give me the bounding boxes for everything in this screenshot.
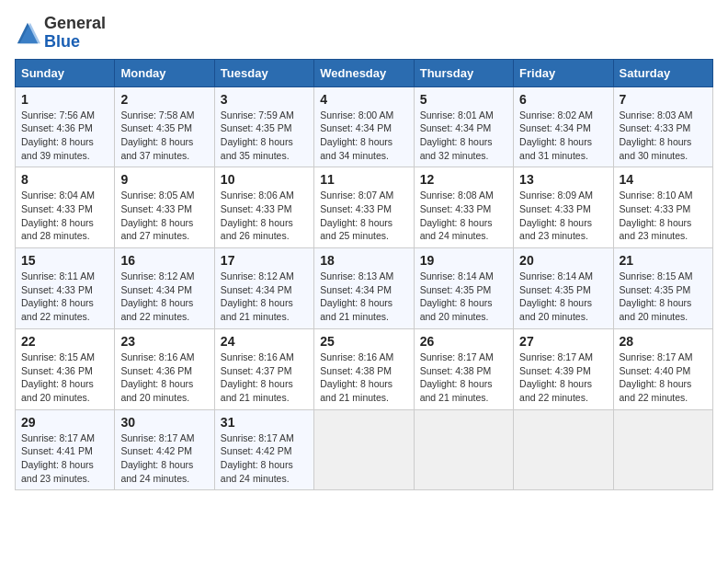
day-number: 17 <box>221 253 308 268</box>
day-number: 18 <box>320 253 407 268</box>
calendar-week-5: 29 Sunrise: 8:17 AM Sunset: 4:41 PM Dayl… <box>16 409 713 490</box>
day-detail: Sunrise: 8:08 AM Sunset: 4:33 PM Dayligh… <box>420 189 507 243</box>
calendar-cell: 31 Sunrise: 8:17 AM Sunset: 4:42 PM Dayl… <box>214 409 313 490</box>
day-number: 23 <box>120 334 208 349</box>
day-detail: Sunrise: 8:14 AM Sunset: 4:35 PM Dayligh… <box>519 270 607 324</box>
calendar-header-row: SundayMondayTuesdayWednesdayThursdayFrid… <box>16 59 713 86</box>
calendar-cell: 15 Sunrise: 8:11 AM Sunset: 4:33 PM Dayl… <box>16 248 115 329</box>
calendar-cell: 23 Sunrise: 8:16 AM Sunset: 4:36 PM Dayl… <box>115 328 214 409</box>
calendar-cell: 27 Sunrise: 8:17 AM Sunset: 4:39 PM Dayl… <box>514 328 613 409</box>
calendar-cell: 14 Sunrise: 8:10 AM Sunset: 4:33 PM Dayl… <box>613 167 712 248</box>
day-detail: Sunrise: 8:17 AM Sunset: 4:42 PM Dayligh… <box>221 431 308 486</box>
calendar-cell: 21 Sunrise: 8:15 AM Sunset: 4:35 PM Dayl… <box>613 248 712 329</box>
day-number: 3 <box>221 92 308 107</box>
calendar-cell <box>613 409 712 490</box>
day-number: 16 <box>120 253 208 268</box>
day-detail: Sunrise: 7:59 AM Sunset: 4:35 PM Dayligh… <box>221 109 308 163</box>
logo-text: GeneralBlue <box>44 15 106 52</box>
day-detail: Sunrise: 8:15 AM Sunset: 4:36 PM Dayligh… <box>21 350 108 405</box>
column-header-monday: Monday <box>115 59 214 86</box>
logo: GeneralBlue <box>15 15 106 52</box>
day-number: 7 <box>620 92 707 107</box>
day-number: 11 <box>320 172 407 187</box>
day-number: 29 <box>21 415 108 430</box>
calendar-cell <box>414 409 513 490</box>
calendar-cell: 3 Sunrise: 7:59 AM Sunset: 4:35 PM Dayli… <box>214 86 313 167</box>
day-detail: Sunrise: 8:04 AM Sunset: 4:33 PM Dayligh… <box>21 189 108 243</box>
day-detail: Sunrise: 8:09 AM Sunset: 4:33 PM Dayligh… <box>519 189 607 243</box>
day-number: 19 <box>420 253 507 268</box>
day-detail: Sunrise: 8:00 AM Sunset: 4:34 PM Dayligh… <box>320 109 407 163</box>
day-detail: Sunrise: 8:17 AM Sunset: 4:40 PM Dayligh… <box>620 350 707 405</box>
calendar-cell: 17 Sunrise: 8:12 AM Sunset: 4:34 PM Dayl… <box>214 248 313 329</box>
day-detail: Sunrise: 8:17 AM Sunset: 4:39 PM Dayligh… <box>519 350 607 405</box>
calendar-cell: 18 Sunrise: 8:13 AM Sunset: 4:34 PM Dayl… <box>314 248 414 329</box>
calendar-cell <box>314 409 414 490</box>
day-number: 2 <box>120 92 208 107</box>
day-detail: Sunrise: 8:17 AM Sunset: 4:41 PM Dayligh… <box>21 431 108 486</box>
calendar-week-4: 22 Sunrise: 8:15 AM Sunset: 4:36 PM Dayl… <box>16 328 713 409</box>
calendar-week-2: 8 Sunrise: 8:04 AM Sunset: 4:33 PM Dayli… <box>16 167 713 248</box>
calendar-cell <box>514 409 613 490</box>
calendar-cell: 5 Sunrise: 8:01 AM Sunset: 4:34 PM Dayli… <box>414 86 513 167</box>
calendar-table: SundayMondayTuesdayWednesdayThursdayFrid… <box>15 59 713 491</box>
day-number: 8 <box>21 172 108 187</box>
calendar-cell: 30 Sunrise: 8:17 AM Sunset: 4:42 PM Dayl… <box>115 409 214 490</box>
day-detail: Sunrise: 8:10 AM Sunset: 4:33 PM Dayligh… <box>620 189 707 243</box>
day-detail: Sunrise: 8:14 AM Sunset: 4:35 PM Dayligh… <box>420 270 507 324</box>
calendar-body: 1 Sunrise: 7:56 AM Sunset: 4:36 PM Dayli… <box>16 86 713 490</box>
day-number: 31 <box>221 415 308 430</box>
calendar-cell: 28 Sunrise: 8:17 AM Sunset: 4:40 PM Dayl… <box>613 328 712 409</box>
day-detail: Sunrise: 8:17 AM Sunset: 4:42 PM Dayligh… <box>120 431 208 486</box>
day-detail: Sunrise: 8:15 AM Sunset: 4:35 PM Dayligh… <box>620 270 707 324</box>
day-detail: Sunrise: 7:56 AM Sunset: 4:36 PM Dayligh… <box>21 109 108 163</box>
day-number: 10 <box>221 172 308 187</box>
calendar-cell: 12 Sunrise: 8:08 AM Sunset: 4:33 PM Dayl… <box>414 167 513 248</box>
day-number: 6 <box>519 92 607 107</box>
day-number: 26 <box>420 334 507 349</box>
calendar-cell: 26 Sunrise: 8:17 AM Sunset: 4:38 PM Dayl… <box>414 328 513 409</box>
day-number: 15 <box>21 253 108 268</box>
day-detail: Sunrise: 8:16 AM Sunset: 4:38 PM Dayligh… <box>320 350 407 405</box>
column-header-thursday: Thursday <box>414 59 513 86</box>
page-header: GeneralBlue <box>15 15 713 52</box>
calendar-week-1: 1 Sunrise: 7:56 AM Sunset: 4:36 PM Dayli… <box>16 86 713 167</box>
day-number: 25 <box>320 334 407 349</box>
day-number: 9 <box>120 172 208 187</box>
day-number: 20 <box>519 253 607 268</box>
day-detail: Sunrise: 8:17 AM Sunset: 4:38 PM Dayligh… <box>420 350 507 405</box>
day-number: 21 <box>620 253 707 268</box>
day-number: 22 <box>21 334 108 349</box>
calendar-cell: 7 Sunrise: 8:03 AM Sunset: 4:33 PM Dayli… <box>613 86 712 167</box>
day-detail: Sunrise: 8:05 AM Sunset: 4:33 PM Dayligh… <box>120 189 208 243</box>
day-number: 4 <box>320 92 407 107</box>
day-detail: Sunrise: 8:12 AM Sunset: 4:34 PM Dayligh… <box>120 270 208 324</box>
day-detail: Sunrise: 7:58 AM Sunset: 4:35 PM Dayligh… <box>120 109 208 163</box>
day-number: 1 <box>21 92 108 107</box>
calendar-cell: 16 Sunrise: 8:12 AM Sunset: 4:34 PM Dayl… <box>115 248 214 329</box>
day-detail: Sunrise: 8:03 AM Sunset: 4:33 PM Dayligh… <box>620 109 707 163</box>
day-detail: Sunrise: 8:02 AM Sunset: 4:34 PM Dayligh… <box>519 109 607 163</box>
calendar-cell: 9 Sunrise: 8:05 AM Sunset: 4:33 PM Dayli… <box>115 167 214 248</box>
day-detail: Sunrise: 8:06 AM Sunset: 4:33 PM Dayligh… <box>221 189 308 243</box>
day-detail: Sunrise: 8:16 AM Sunset: 4:36 PM Dayligh… <box>120 350 208 405</box>
day-number: 27 <box>519 334 607 349</box>
calendar-cell: 4 Sunrise: 8:00 AM Sunset: 4:34 PM Dayli… <box>314 86 414 167</box>
calendar-cell: 25 Sunrise: 8:16 AM Sunset: 4:38 PM Dayl… <box>314 328 414 409</box>
calendar-cell: 10 Sunrise: 8:06 AM Sunset: 4:33 PM Dayl… <box>214 167 313 248</box>
column-header-friday: Friday <box>514 59 613 86</box>
day-number: 13 <box>519 172 607 187</box>
day-number: 30 <box>120 415 208 430</box>
logo-icon <box>15 20 40 46</box>
day-number: 14 <box>620 172 707 187</box>
day-detail: Sunrise: 8:13 AM Sunset: 4:34 PM Dayligh… <box>320 270 407 324</box>
column-header-wednesday: Wednesday <box>314 59 414 86</box>
calendar-cell: 2 Sunrise: 7:58 AM Sunset: 4:35 PM Dayli… <box>115 86 214 167</box>
day-number: 28 <box>620 334 707 349</box>
column-header-tuesday: Tuesday <box>214 59 313 86</box>
calendar-cell: 11 Sunrise: 8:07 AM Sunset: 4:33 PM Dayl… <box>314 167 414 248</box>
day-detail: Sunrise: 8:07 AM Sunset: 4:33 PM Dayligh… <box>320 189 407 243</box>
calendar-cell: 8 Sunrise: 8:04 AM Sunset: 4:33 PM Dayli… <box>16 167 115 248</box>
calendar-cell: 13 Sunrise: 8:09 AM Sunset: 4:33 PM Dayl… <box>514 167 613 248</box>
calendar-cell: 1 Sunrise: 7:56 AM Sunset: 4:36 PM Dayli… <box>16 86 115 167</box>
